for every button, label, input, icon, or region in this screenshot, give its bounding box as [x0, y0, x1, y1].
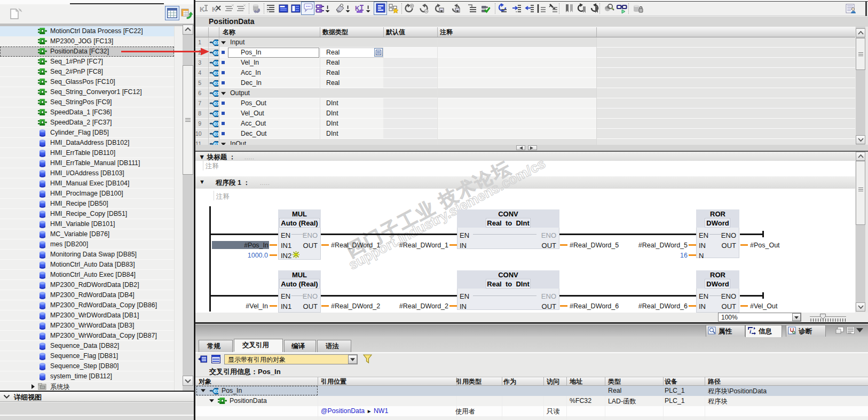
svg-text:01: 01 — [214, 131, 218, 137]
svg-text:01: 01 — [214, 91, 218, 96]
svg-text:01: 01 — [214, 121, 218, 127]
svg-text:01: 01 — [214, 71, 218, 76]
svg-text:01: 01 — [214, 101, 218, 106]
svg-text:01: 01 — [214, 388, 218, 394]
svg-text:K: K — [200, 5, 205, 13]
svg-text:i: i — [749, 328, 752, 335]
svg-text:01: 01 — [214, 111, 218, 116]
svg-text:01: 01 — [214, 60, 218, 66]
svg-text:01: 01 — [214, 81, 218, 86]
svg-text:01: 01 — [214, 50, 218, 56]
svg-text:01: 01 — [214, 40, 218, 45]
